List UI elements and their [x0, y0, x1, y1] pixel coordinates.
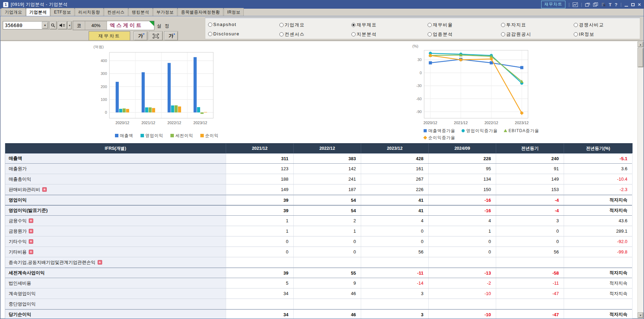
nav-option-label: 컨센서스 [285, 31, 305, 37]
radio-icon[interactable] [279, 23, 284, 27]
radio-icon[interactable] [351, 32, 356, 36]
tab-8[interactable]: IR정보 [224, 8, 244, 16]
tab-2[interactable]: ETF정보 [51, 8, 74, 16]
value-cell: -2.3 [564, 184, 633, 195]
font-decrease-button[interactable]: 가 ▼ [134, 31, 147, 41]
fin-chart-button[interactable]: 재무차트 [89, 31, 130, 41]
window-title: [0919] 기업분석 - 기업분석 [11, 1, 68, 8]
radio-icon[interactable] [501, 32, 505, 36]
minimize-button[interactable] [625, 6, 628, 7]
svg-text:30: 30 [418, 58, 422, 62]
settings-button[interactable]: 설 정 [157, 23, 170, 29]
vertical-scrollbar[interactable]: ▲ ▼ [637, 41, 643, 318]
svg-text:매출액증가율: 매출액증가율 [428, 128, 455, 133]
scroll-up-button[interactable]: ▲ [638, 42, 643, 47]
radio-icon[interactable] [428, 23, 432, 27]
radio-icon[interactable] [428, 32, 432, 36]
nav-option-label: 재무비율 [433, 22, 453, 28]
value-cell [361, 299, 429, 309]
expand-plus-icon[interactable]: + [42, 187, 47, 192]
expand-plus-icon[interactable]: + [29, 218, 33, 223]
radio-icon[interactable] [574, 23, 578, 27]
lock-icon[interactable] [601, 2, 606, 7]
nav-option-기업개요[interactable]: 기업개요 [279, 22, 305, 28]
tab-3[interactable]: 리서치동향 [75, 8, 104, 16]
tab-7[interactable]: 종목별증자예정현황 [178, 8, 224, 16]
radio-icon[interactable] [208, 32, 212, 36]
expand-plus-icon[interactable]: + [29, 229, 33, 233]
nav-option-투자지표[interactable]: 투자지표 [501, 22, 526, 28]
stock-name-field[interactable]: 코 40% 엑스게이트 [73, 21, 154, 30]
svg-text:-90: -90 [416, 110, 422, 114]
cascade-windows-icon[interactable] [593, 2, 598, 7]
expand-plus-icon[interactable]: + [98, 260, 102, 265]
value-cell: 187 [294, 184, 361, 195]
chevron-down-icon[interactable]: ▼ [42, 22, 48, 29]
fin-chart-titlebar-button[interactable]: 재무차트 [541, 1, 565, 8]
restore-window-icon[interactable] [585, 2, 590, 7]
nav-option-업종분석[interactable]: 업종분석 [428, 31, 453, 37]
table-row: 판매비와관리비+149187226150153-2.3 [5, 184, 632, 195]
value-cell: 0 [294, 247, 361, 257]
value-cell: 34 [226, 310, 294, 319]
radio-icon[interactable] [351, 23, 356, 27]
app-icon: 1 [3, 2, 8, 7]
nav-option-지분분석[interactable]: 지분분석 [351, 31, 377, 37]
nav-option-IR정보[interactable]: IR정보 [574, 31, 594, 37]
tab-1[interactable]: 기업분석 [26, 8, 50, 16]
close-button[interactable]: × [638, 3, 641, 6]
nav-option-금감원공시[interactable]: 금감원공시 [501, 31, 531, 37]
tab-4[interactable]: 컨센서스 [104, 8, 128, 16]
svg-text:(%): (%) [412, 44, 418, 48]
radio-icon[interactable] [208, 23, 212, 27]
scrollbar-thumb[interactable] [638, 48, 643, 67]
svg-text:(억원): (억원) [93, 45, 104, 49]
value-cell: 2 [294, 216, 361, 226]
value-cell: 56 [496, 247, 564, 257]
maximize-button[interactable] [631, 3, 635, 6]
tab-0[interactable]: 기업개요 [1, 8, 26, 16]
font-increase-button[interactable]: 가 ▲ [164, 31, 178, 41]
scroll-down-button[interactable]: ▼ [638, 312, 643, 318]
row-label: 매출원가 [5, 164, 226, 174]
row-label: 영업이익(발표기준) [5, 206, 226, 215]
nav-option-경쟁사비교[interactable]: 경쟁사비교 [574, 22, 604, 28]
nav-option-Snapshot[interactable]: Snapshot [208, 22, 236, 27]
radio-icon[interactable] [279, 32, 284, 36]
svg-text:순이익: 순이익 [205, 133, 219, 138]
value-cell: 1 [226, 216, 294, 226]
chart-icon[interactable] [573, 2, 578, 7]
triangle-up-icon: ▲ [173, 32, 176, 35]
value-cell [294, 257, 361, 267]
radio-icon[interactable] [574, 32, 578, 36]
value-cell: 적자지속 [564, 206, 633, 215]
tab-5[interactable]: 랭킹분석 [128, 8, 153, 16]
search-icon [51, 23, 55, 28]
expand-plus-icon[interactable]: + [29, 250, 33, 254]
value-cell: 0 [496, 236, 564, 247]
value-cell: 241 [294, 174, 361, 184]
value-cell: 188 [226, 174, 294, 184]
radio-icon[interactable] [501, 23, 505, 27]
tab-6[interactable]: 부가정보 [153, 8, 177, 16]
sound-dropdown-arrow[interactable]: ▼ [68, 21, 72, 29]
stock-code-input[interactable] [3, 22, 41, 29]
fit-window-button[interactable] [149, 31, 163, 41]
nav-option-재무비율[interactable]: 재무비율 [428, 22, 453, 28]
svg-text:-60: -60 [416, 97, 422, 101]
sound-button[interactable] [58, 21, 67, 29]
fit-icon [153, 34, 159, 38]
nav-option-컨센서스[interactable]: 컨센서스 [279, 31, 305, 37]
table-row: 영업이익395441-16-4적자지속 [5, 195, 632, 205]
nav-option-재무제표[interactable]: 재무제표 [351, 22, 377, 28]
nav-option-label: 경쟁사비교 [579, 22, 604, 28]
value-cell: 46 [294, 310, 361, 319]
value-cell: 적자지속 [564, 288, 633, 299]
stock-code-combo[interactable]: ▼ [3, 21, 49, 29]
nav-option-Disclosure[interactable]: Disclosure [208, 31, 240, 36]
text-tool-icon[interactable]: T [609, 2, 611, 7]
search-button[interactable] [50, 21, 57, 29]
help-icon[interactable]: ? [615, 2, 617, 7]
row-label: 종속기업,공동지배기업및관계기업관련손익+ [5, 257, 226, 267]
expand-plus-icon[interactable]: + [29, 239, 33, 244]
